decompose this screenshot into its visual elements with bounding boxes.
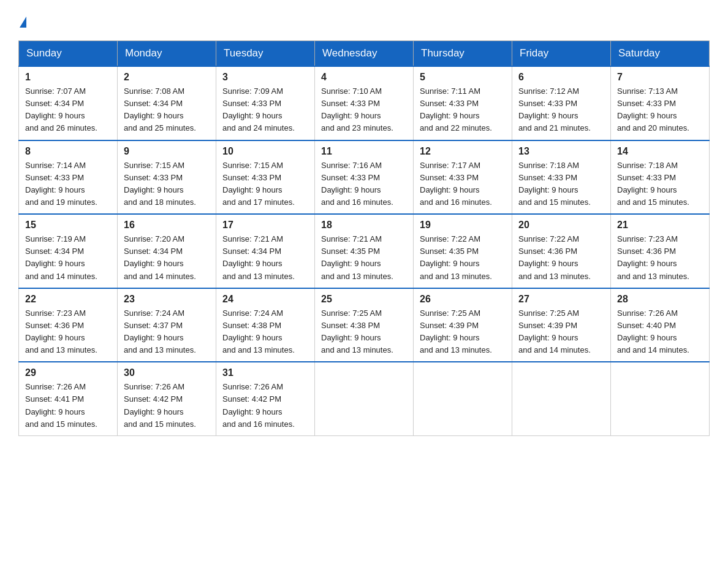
- sunset-label: Sunset:: [124, 321, 153, 330]
- sunrise-value: 7:26 AM: [56, 382, 86, 391]
- calendar-header-row: SundayMondayTuesdayWednesdayThursdayFrid…: [19, 41, 710, 67]
- sunset-value: 4:34 PM: [55, 247, 84, 256]
- sunset-value: 4:42 PM: [252, 394, 281, 404]
- calendar-cell: 21 Sunrise: 7:23 AM Sunset: 4:36 PM Dayl…: [611, 214, 710, 288]
- sunset-label: Sunset:: [518, 247, 548, 256]
- sunset-label: Sunset:: [617, 247, 646, 256]
- sunrise-value: 7:12 AM: [550, 86, 579, 96]
- daylight-label: Daylight:: [518, 185, 552, 194]
- calendar-cell: 27 Sunrise: 7:25 AM Sunset: 4:39 PM Dayl…: [512, 288, 611, 362]
- sunrise-label: Sunrise:: [25, 308, 56, 318]
- sunset-label: Sunset:: [222, 394, 252, 404]
- sunset-value: 4:36 PM: [55, 321, 84, 330]
- day-number: 31: [222, 367, 308, 378]
- day-info: Sunrise: 7:15 AM Sunset: 4:33 PM Dayligh…: [222, 159, 308, 209]
- day-info: Sunrise: 7:14 AM Sunset: 4:33 PM Dayligh…: [25, 159, 111, 209]
- sunset-value: 4:33 PM: [548, 99, 577, 108]
- sunrise-value: 7:14 AM: [56, 161, 86, 170]
- day-number: 17: [222, 220, 308, 231]
- sunrise-value: 7:10 AM: [352, 86, 382, 96]
- day-number: 11: [321, 146, 407, 157]
- calendar-cell: 23 Sunrise: 7:24 AM Sunset: 4:37 PM Dayl…: [118, 288, 216, 362]
- day-number: 16: [124, 220, 210, 231]
- calendar-cell: 2 Sunrise: 7:08 AM Sunset: 4:34 PM Dayli…: [118, 66, 216, 140]
- sunrise-label: Sunrise:: [222, 308, 254, 318]
- sunrise-value: 7:15 AM: [254, 161, 283, 170]
- sunrise-value: 7:22 AM: [550, 234, 579, 243]
- day-number: 7: [617, 72, 703, 83]
- day-number: 13: [518, 146, 604, 157]
- calendar-week-row: 29 Sunrise: 7:26 AM Sunset: 4:41 PM Dayl…: [19, 362, 710, 435]
- sunrise-value: 7:25 AM: [352, 308, 382, 318]
- day-info: Sunrise: 7:24 AM Sunset: 4:38 PM Dayligh…: [222, 307, 308, 357]
- day-number: 8: [25, 146, 111, 157]
- calendar-cell: 26 Sunrise: 7:25 AM Sunset: 4:39 PM Dayl…: [414, 288, 512, 362]
- sunrise-label: Sunrise:: [518, 86, 550, 96]
- daylight-label: Daylight:: [222, 407, 256, 416]
- sunset-value: 4:38 PM: [252, 321, 281, 330]
- sunset-value: 4:35 PM: [351, 247, 380, 256]
- calendar-cell: 5 Sunrise: 7:11 AM Sunset: 4:33 PM Dayli…: [414, 66, 512, 140]
- calendar-header-saturday: Saturday: [611, 41, 710, 67]
- day-info: Sunrise: 7:25 AM Sunset: 4:39 PM Dayligh…: [420, 307, 506, 357]
- sunset-value: 4:33 PM: [449, 173, 479, 182]
- sunrise-value: 7:13 AM: [648, 86, 678, 96]
- day-info: Sunrise: 7:24 AM Sunset: 4:37 PM Dayligh…: [124, 307, 210, 357]
- calendar-cell: 29 Sunrise: 7:26 AM Sunset: 4:41 PM Dayl…: [19, 362, 118, 435]
- sunset-label: Sunset:: [222, 247, 252, 256]
- daylight-label: Daylight:: [222, 259, 256, 268]
- day-info: Sunrise: 7:22 AM Sunset: 4:35 PM Dayligh…: [420, 233, 506, 283]
- sunrise-value: 7:25 AM: [451, 308, 480, 318]
- sunset-value: 4:33 PM: [351, 173, 380, 182]
- day-info: Sunrise: 7:15 AM Sunset: 4:33 PM Dayligh…: [124, 159, 210, 209]
- sunset-label: Sunset:: [25, 99, 55, 108]
- sunrise-label: Sunrise:: [124, 382, 155, 391]
- calendar-cell: [512, 362, 611, 435]
- logo-triangle-icon: [20, 17, 26, 28]
- sunset-label: Sunset:: [222, 173, 252, 182]
- sunset-label: Sunset:: [321, 247, 351, 256]
- day-info: Sunrise: 7:25 AM Sunset: 4:39 PM Dayligh…: [518, 307, 604, 357]
- sunset-label: Sunset:: [518, 321, 548, 330]
- day-info: Sunrise: 7:09 AM Sunset: 4:33 PM Dayligh…: [222, 85, 308, 135]
- day-info: Sunrise: 7:26 AM Sunset: 4:42 PM Dayligh…: [124, 381, 210, 431]
- sunrise-label: Sunrise:: [420, 86, 451, 96]
- sunrise-value: 7:11 AM: [451, 86, 480, 96]
- day-info: Sunrise: 7:17 AM Sunset: 4:33 PM Dayligh…: [420, 159, 506, 209]
- sunrise-label: Sunrise:: [222, 382, 254, 391]
- daylight-label: Daylight:: [25, 333, 58, 342]
- page-header: [18, 12, 710, 29]
- day-info: Sunrise: 7:21 AM Sunset: 4:35 PM Dayligh…: [321, 233, 407, 283]
- logo: [18, 12, 26, 29]
- day-number: 9: [124, 146, 210, 157]
- sunrise-label: Sunrise:: [617, 86, 648, 96]
- sunrise-label: Sunrise:: [25, 161, 56, 170]
- daylight-label: Daylight:: [617, 185, 650, 194]
- sunset-value: 4:33 PM: [646, 173, 676, 182]
- calendar-header-friday: Friday: [512, 41, 611, 67]
- day-info: Sunrise: 7:26 AM Sunset: 4:40 PM Dayligh…: [617, 307, 703, 357]
- sunrise-label: Sunrise:: [518, 308, 550, 318]
- day-number: 18: [321, 220, 407, 231]
- calendar-cell: 1 Sunrise: 7:07 AM Sunset: 4:34 PM Dayli…: [19, 66, 118, 140]
- daylight-label: Daylight:: [124, 333, 157, 342]
- day-number: 21: [617, 220, 703, 231]
- sunset-label: Sunset:: [25, 321, 55, 330]
- calendar-cell: 31 Sunrise: 7:26 AM Sunset: 4:42 PM Dayl…: [216, 362, 315, 435]
- sunrise-value: 7:20 AM: [155, 234, 184, 243]
- day-number: 1: [25, 72, 111, 83]
- day-number: 6: [518, 72, 604, 83]
- calendar-cell: 13 Sunrise: 7:18 AM Sunset: 4:33 PM Dayl…: [512, 140, 611, 215]
- day-number: 28: [617, 294, 703, 305]
- sunrise-value: 7:23 AM: [648, 234, 678, 243]
- daylight-label: Daylight:: [25, 407, 58, 416]
- calendar-cell: 17 Sunrise: 7:21 AM Sunset: 4:34 PM Dayl…: [216, 214, 315, 288]
- day-info: Sunrise: 7:18 AM Sunset: 4:33 PM Dayligh…: [518, 159, 604, 209]
- sunset-label: Sunset:: [321, 99, 351, 108]
- sunset-value: 4:34 PM: [153, 99, 183, 108]
- sunrise-value: 7:24 AM: [254, 308, 283, 318]
- sunrise-value: 7:23 AM: [56, 308, 86, 318]
- day-number: 2: [124, 72, 210, 83]
- sunrise-label: Sunrise:: [124, 86, 155, 96]
- day-number: 19: [420, 220, 506, 231]
